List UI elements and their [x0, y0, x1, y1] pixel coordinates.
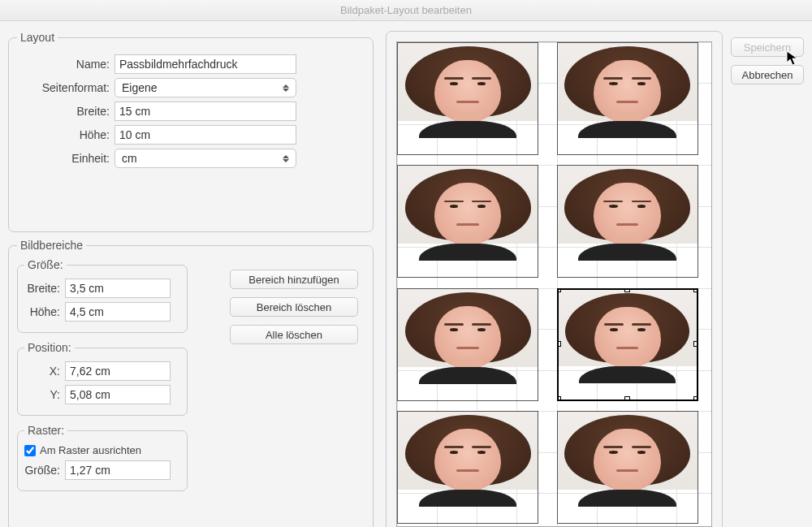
unit-select[interactable]: cm: [114, 149, 296, 168]
photo-slot[interactable]: [557, 42, 698, 155]
preview-page[interactable]: [396, 41, 712, 527]
name-input[interactable]: [114, 54, 296, 74]
unit-label: Einheit:: [17, 152, 114, 165]
image-areas-group: Bildbereiche Größe: Breite: Höhe: Positi…: [8, 239, 374, 527]
photo-slot[interactable]: [397, 288, 538, 401]
updown-arrows-icon: [279, 152, 292, 165]
window-title: Bildpaket-Layout bearbeiten: [0, 0, 812, 21]
pageformat-label: Seitenformat:: [17, 81, 114, 94]
raster-group: Raster: Am Raster ausrichten Größe:: [17, 424, 188, 491]
portrait-image: [559, 290, 697, 367]
pageformat-select[interactable]: Eigene: [114, 78, 296, 97]
page-height-label: Höhe:: [17, 128, 114, 141]
area-height-input[interactable]: [65, 302, 171, 322]
raster-size-input[interactable]: [65, 460, 171, 480]
raster-size-label: Größe:: [24, 464, 65, 477]
photo-slot[interactable]: [397, 42, 538, 155]
x-input[interactable]: [65, 361, 171, 381]
image-areas-legend: Bildbereiche: [17, 239, 86, 252]
selection-handle[interactable]: [557, 396, 561, 401]
selection-handle[interactable]: [624, 288, 630, 292]
selection-handle[interactable]: [693, 288, 698, 292]
page-width-label: Breite:: [17, 105, 114, 118]
photo-slot[interactable]: [557, 288, 698, 401]
delete-area-button[interactable]: Bereich löschen: [230, 297, 358, 317]
area-width-label: Breite:: [24, 282, 65, 295]
portrait-image: [398, 43, 538, 121]
portrait-image: [558, 166, 698, 244]
snap-label[interactable]: Am Raster ausrichten: [40, 444, 141, 456]
area-width-input[interactable]: [65, 279, 171, 298]
portrait-image: [398, 289, 538, 367]
size-legend: Größe:: [24, 258, 67, 271]
photo-slot[interactable]: [397, 165, 538, 278]
preview-panel: [386, 31, 723, 527]
position-legend: Position:: [24, 341, 75, 354]
photo-slot[interactable]: [397, 411, 538, 524]
portrait-image: [558, 43, 698, 121]
x-label: X:: [24, 365, 65, 378]
delete-all-button[interactable]: Alle löschen: [230, 325, 358, 344]
layout-legend: Layout: [17, 31, 58, 44]
unit-value: cm: [122, 152, 137, 165]
portrait-image: [398, 166, 538, 244]
photo-slot[interactable]: [557, 411, 698, 524]
selection-handle[interactable]: [557, 341, 561, 347]
y-input[interactable]: [65, 385, 171, 404]
raster-legend: Raster:: [24, 424, 67, 437]
snap-checkbox[interactable]: [24, 445, 36, 456]
page-width-input[interactable]: [114, 102, 296, 121]
name-label: Name:: [17, 58, 114, 71]
layout-group: Layout Name: Seitenformat: Eigene Breite…: [8, 31, 374, 232]
size-group: Größe: Breite: Höhe:: [17, 258, 188, 333]
add-area-button[interactable]: Bereich hinzufügen: [230, 270, 358, 289]
cancel-button[interactable]: Abbrechen: [731, 65, 804, 84]
page-height-input[interactable]: [114, 125, 296, 145]
save-button[interactable]: Speichern: [731, 37, 804, 57]
updown-arrows-icon: [279, 81, 292, 94]
portrait-image: [398, 412, 538, 490]
area-height-label: Höhe:: [24, 305, 65, 318]
selection-handle[interactable]: [693, 396, 698, 401]
y-label: Y:: [24, 388, 65, 401]
position-group: Position: X: Y:: [17, 341, 188, 416]
pageformat-value: Eigene: [122, 81, 158, 94]
selection-handle[interactable]: [624, 396, 630, 401]
portrait-image: [558, 412, 698, 490]
selection-handle[interactable]: [557, 288, 561, 292]
selection-handle[interactable]: [693, 341, 698, 347]
photo-slot[interactable]: [557, 165, 698, 278]
